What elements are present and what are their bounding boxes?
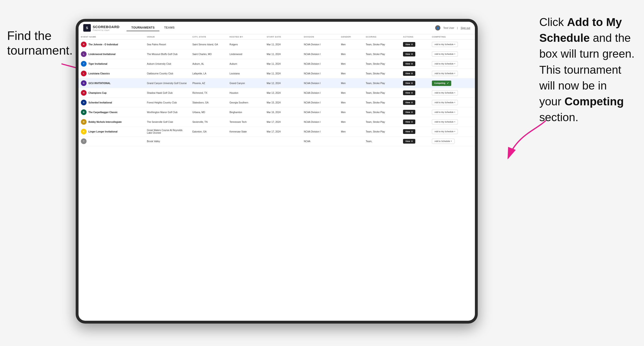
table-row: L Louisiana Classics Oakbourne Country C… (78, 69, 475, 78)
city-cell: Saint Charles, MO (190, 49, 227, 59)
hosted-cell: Binghamton (227, 107, 264, 117)
gender-cell (339, 137, 364, 146)
team-logo: B (81, 109, 86, 115)
view-button[interactable]: View ⊙ (403, 52, 415, 56)
tab-teams[interactable]: TEAMS (160, 24, 180, 31)
team-logo: L (81, 51, 86, 57)
event-name: Champions Cup (88, 92, 107, 94)
add-to-schedule-button[interactable]: Add to My Schedule + (432, 51, 458, 57)
table-row: L Lindenwood Invitational The Missouri B… (78, 49, 475, 59)
actions-cell: View ⊙ (401, 117, 430, 127)
actions-cell: View ⊙ (401, 40, 430, 49)
view-button[interactable]: View ⊙ (403, 71, 415, 76)
add-to-schedule-button[interactable]: Add to My Schedule + (432, 90, 458, 95)
col-header-scoring: SCORING (364, 34, 401, 40)
venue-cell: Shadow Hawk Golf Club (144, 88, 190, 98)
table-row: G GCU INVITATIONAL Grand Canyon Universi… (78, 78, 475, 88)
tournaments-table-container: EVENT NAME VENUE CITY, STATE HOSTED BY S… (78, 34, 475, 321)
pipe-separator: | (457, 26, 458, 29)
actions-cell: View ⊙ (401, 107, 430, 117)
city-cell: Sevierville, TN (190, 117, 227, 127)
view-icon: ⊙ (411, 140, 413, 142)
competing-cell: Competing ✓ (430, 78, 475, 88)
event-cell: L Lindenwood Invitational (81, 51, 142, 57)
start-date-cell: Mar 11, 2024 (264, 59, 302, 69)
scoring-cell: Team, Stroke Play (364, 59, 401, 69)
view-button[interactable]: View ⊙ (403, 42, 415, 47)
competing-cell: Add to My Schedule + (430, 88, 475, 98)
view-icon: ⊙ (411, 82, 413, 84)
team-logo: L (81, 71, 86, 76)
competing-cell: Add to My Schedule + (430, 98, 475, 107)
add-to-schedule-button[interactable]: Add to My Schedule + (432, 119, 458, 125)
view-button[interactable]: View ⊙ (403, 129, 415, 134)
start-date-cell (264, 137, 302, 146)
tab-tournaments[interactable]: TOURNAMENTS (126, 24, 160, 31)
gender-cell: Men (339, 40, 364, 49)
view-button[interactable]: View ⊙ (403, 100, 415, 105)
competing-cell: Add to My Schedule + (430, 40, 475, 49)
view-button[interactable]: View ⊙ (403, 81, 415, 85)
view-button[interactable]: View ⊙ (403, 110, 415, 115)
venue-cell: Oakbourne Country Club (144, 69, 190, 78)
competing-cell: Add to My Schedule + (430, 107, 475, 117)
team-logo: K (81, 129, 86, 134)
venue-cell: Great Waters Course At Reynolds Lake Oco… (144, 127, 190, 137)
scoring-cell: Team, Stroke Play (364, 49, 401, 59)
col-header-venue: VENUE (144, 34, 190, 40)
view-icon: ⊙ (411, 43, 413, 46)
event-name: The Johnnie - O Individual (88, 43, 118, 46)
view-button[interactable]: View ⊙ (403, 61, 415, 66)
table-row: T Tiger Invitational Auburn University C… (78, 59, 475, 69)
col-header-actions: ACTIONS (401, 34, 430, 40)
table-row: H Champions Cup Shadow Hawk Golf ClubRic… (78, 88, 475, 98)
venue-cell: The Missouri Bluffs Golf Club (144, 49, 190, 59)
app-header: S SCOREBOARD Powered by clippd TOURNAMEN… (78, 22, 475, 34)
add-to-schedule-button[interactable]: Add to My Schedule + (432, 42, 458, 47)
add-to-schedule-button[interactable]: Add to My Schedule + (432, 61, 458, 66)
col-header-hosted: HOSTED BY (227, 34, 264, 40)
start-date-cell: Mar 17, 2024 (264, 117, 302, 127)
event-name: The Carpetbagger Classic (88, 111, 118, 114)
annotation-left: Find thetournament. (7, 28, 73, 58)
division-cell: NCAA Division I (302, 49, 339, 59)
add-to-schedule-button[interactable]: Add to My Schedule + (432, 71, 458, 76)
gender-cell: Men (339, 127, 364, 137)
hosted-cell: Kennesaw State (227, 127, 264, 137)
division-cell: NCAA Division I (302, 59, 339, 69)
division-cell: NCAA Division I (302, 98, 339, 107)
team-logo: G (81, 80, 86, 86)
city-cell: Richmond, TX (190, 88, 227, 98)
hosted-cell: Georgia Southern (227, 98, 264, 107)
team-logo: T (81, 61, 86, 67)
competing-cell: Add to My Schedule + (430, 59, 475, 69)
event-name: Lindenwood Invitational (88, 53, 116, 55)
event-cell: L Louisiana Classics (81, 71, 142, 76)
city-cell: Saint Simons Island, GA (190, 40, 227, 49)
team-logo: B (81, 119, 86, 125)
scoring-cell: Team, Stroke Play (364, 88, 401, 98)
add-to-schedule-button[interactable]: Add to My Schedule + (432, 100, 458, 105)
scoring-cell: Team, Stroke Play (364, 117, 401, 127)
event-name: Bobby Nichols Intercollegiate (88, 121, 122, 123)
event-cell: S Schenkel Invitational (81, 100, 142, 105)
add-to-schedule-button[interactable]: Add to My Schedule + (432, 129, 458, 134)
city-cell: Auburn, AL (190, 59, 227, 69)
event-name: Louisiana Classics (88, 72, 110, 75)
event-name: Linger Longer Invitational (88, 130, 118, 133)
venue-cell: Auburn University Club (144, 59, 190, 69)
add-to-schedule-button[interactable]: Add to Schedule + (432, 139, 454, 144)
table-row: ? Brook ValleyNCAATeam,View ⊙Add to Sche… (78, 137, 475, 146)
view-button[interactable]: View ⊙ (403, 90, 415, 95)
team-logo: S (81, 100, 86, 105)
venue-cell: Forest Heights Country Club (144, 98, 190, 107)
gender-cell: Men (339, 107, 364, 117)
scoring-cell: Team, Stroke Play (364, 40, 401, 49)
view-button[interactable]: View ⊙ (403, 120, 415, 124)
add-to-schedule-button[interactable]: Add to My Schedule + (432, 110, 458, 115)
view-button[interactable]: View ⊙ (403, 139, 415, 144)
actions-cell: View ⊙ (401, 59, 430, 69)
competing-button[interactable]: Competing ✓ (432, 81, 451, 86)
event-cell: ? (81, 138, 142, 144)
signout-link[interactable]: Sign out (461, 26, 470, 29)
